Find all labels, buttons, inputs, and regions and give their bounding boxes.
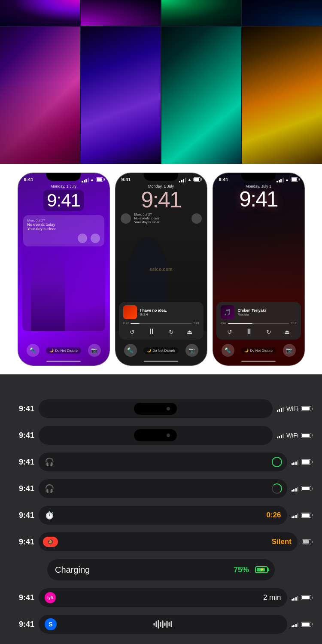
- wave-bar: [162, 620, 164, 628]
- sb: [292, 490, 293, 492]
- wallpaper-cell[interactable]: [161, 0, 241, 26]
- music-row: I have no idea. BiSH: [123, 305, 199, 319]
- battery-row4: [301, 486, 311, 491]
- airpods-icon-2: 🎧: [45, 484, 54, 493]
- sb: [281, 408, 282, 412]
- silent-toggle[interactable]: 🔕: [43, 537, 58, 547]
- pill-9: S: [39, 615, 287, 634]
- sb: [297, 623, 298, 627]
- camera-icon[interactable]: 📷: [88, 344, 101, 357]
- phone3-time: 9:41: [219, 177, 228, 182]
- signal-bars-row2: [277, 432, 284, 438]
- status-row-1: 9:41 WiFi: [11, 399, 311, 418]
- signal-bars-3: [276, 176, 284, 182]
- forward-icon[interactable]: ↻: [169, 328, 174, 335]
- lyft-time: 2 min: [263, 593, 281, 602]
- wallpaper-cell[interactable]: [81, 27, 161, 164]
- mute-icon: 🔕: [47, 539, 54, 545]
- dynamic-island-2: [134, 429, 177, 441]
- battery-fill-row1: [302, 407, 310, 410]
- flashlight-icon-3[interactable]: 🔦: [222, 344, 234, 357]
- status-row-2: 9:41 WiFi: [11, 426, 311, 445]
- pause-icon[interactable]: ⏸: [148, 327, 155, 336]
- phone3-date-time: Monday, July 1 9:41: [213, 182, 304, 210]
- sb: [281, 435, 282, 438]
- phone1-calendar[interactable]: Mon, Jul 27 No events todayYour day is c…: [23, 215, 104, 246]
- signal-bar: [283, 178, 284, 182]
- status-icons-9: [292, 621, 312, 627]
- camera-icon-2[interactable]: 📷: [185, 344, 198, 357]
- pause-icon-3[interactable]: ⏸: [245, 327, 253, 336]
- signal-bars-row3: [292, 459, 299, 465]
- wallpaper-cell[interactable]: [161, 27, 241, 164]
- battery-fill-row5: [302, 513, 310, 517]
- wave-bar: [169, 622, 170, 626]
- phone-mockup-3[interactable]: 9:41 ▲ Monday, July 1 9:41: [213, 173, 305, 366]
- time-9: 9:41: [11, 620, 34, 629]
- airpods-content: 🎧: [45, 457, 54, 467]
- signal-bars: [82, 176, 89, 182]
- dynamic-island-1: [134, 403, 177, 415]
- airplay-icon[interactable]: ⏏: [187, 328, 192, 335]
- phone-notch-2: [144, 173, 178, 181]
- flashlight-icon[interactable]: 🔦: [27, 344, 39, 357]
- music-widget-3[interactable]: 🎵 Chiken Teriyaki Rosalia 0:42 1:18 ↺ ⏸ …: [216, 302, 301, 340]
- battery-fill-row4: [302, 487, 310, 490]
- status-icons-8: [292, 595, 312, 601]
- timer-icon: ⏱️: [45, 510, 54, 520]
- camera-icon-3[interactable]: 📷: [283, 344, 296, 357]
- dynamic-island-section: 9:41 WiFi 9:41: [0, 374, 322, 644]
- status-row-4: 9:41 🎧: [11, 479, 311, 498]
- status-icons-2: WiFi: [277, 432, 312, 439]
- phone-mockup-2[interactable]: 9:41 ▲ Monday, 1 July 9:41: [115, 173, 207, 366]
- pill-3: 🎧: [39, 453, 287, 471]
- wallpaper-cell[interactable]: [242, 0, 322, 26]
- circle-btn-2[interactable]: [91, 234, 100, 243]
- phone2-time: 9:41: [122, 177, 131, 182]
- signal-bar: [183, 179, 184, 182]
- wallpaper-cell[interactable]: [242, 27, 322, 164]
- status-icons-5: [292, 512, 312, 518]
- time-5: 9:41: [11, 511, 34, 520]
- dnd-badge-3[interactable]: 🌙 Do Not Disturb: [241, 347, 276, 354]
- phone-mockup-1[interactable]: 9:41 ▲ Monday, 1 July: [18, 173, 110, 366]
- phone3-status-icons: ▲: [276, 176, 298, 182]
- sb: [295, 462, 297, 465]
- silent-label: Silent: [272, 538, 292, 546]
- battery-row8: [301, 595, 311, 600]
- flashlight-icon-2[interactable]: 🔦: [124, 344, 137, 357]
- phone2-date-time: Monday, 1 July 9:41: [115, 182, 207, 211]
- airplay-icon-3[interactable]: ⏏: [284, 328, 290, 335]
- music-widget-2[interactable]: I have no idea. BiSH 0:32 3:49 ↺ ⏸ ↻ ⏏: [119, 302, 204, 340]
- wifi-icon-3: ▲: [285, 177, 289, 182]
- airpods-icon: 🎧: [45, 457, 54, 467]
- signal-bars-row8: [292, 595, 299, 601]
- wallpaper-cell[interactable]: [0, 0, 80, 26]
- wallpaper-cell[interactable]: [0, 27, 80, 164]
- music-progress: 0:32 3:49: [123, 322, 199, 325]
- lyft-content: lyft: [45, 592, 56, 603]
- circle-btn[interactable]: [78, 234, 87, 243]
- dnd-badge[interactable]: 🌙 Do Not Disturb: [46, 347, 81, 354]
- phones-section: 9:41 ▲ Monday, 1 July: [0, 164, 322, 374]
- battery-fill-row2: [302, 434, 310, 437]
- phone-notch-1: [46, 173, 81, 181]
- sb: [293, 489, 295, 492]
- signal-bars-row5: [292, 512, 299, 518]
- phone-notch-3: [241, 173, 276, 181]
- battery-fill-row8: [302, 596, 310, 599]
- rewind-icon[interactable]: ↺: [130, 328, 135, 335]
- wallpaper-cell[interactable]: [81, 0, 161, 26]
- battery-circle-partial: [272, 483, 282, 494]
- sb: [283, 407, 284, 412]
- signal-bar-3: [85, 179, 87, 182]
- battery-row2: [301, 433, 311, 438]
- rewind-icon-3[interactable]: ↺: [227, 328, 232, 335]
- wifi-icon-row2: WiFi: [286, 432, 298, 439]
- sb: [277, 410, 278, 412]
- forward-icon-3[interactable]: ↻: [266, 328, 271, 335]
- dnd-badge-2[interactable]: 🌙 Do Not Disturb: [143, 347, 178, 354]
- battery-icon-2: [193, 177, 201, 182]
- moon-icon: 🌙: [49, 349, 54, 352]
- signal-bar: [185, 178, 186, 182]
